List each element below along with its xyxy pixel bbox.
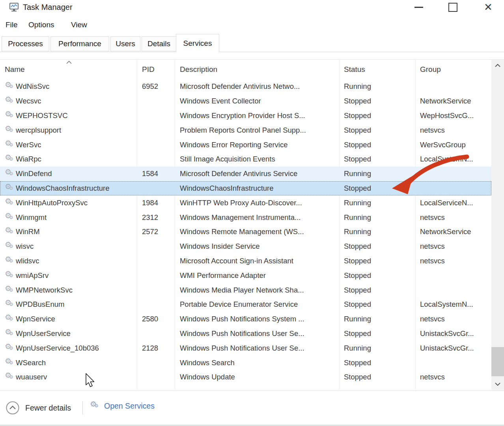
service-pid-cell: 2580	[142, 312, 174, 327]
scroll-down-button[interactable]	[491, 378, 504, 390]
column-header-pid[interactable]: PID	[142, 60, 155, 79]
menu-bar: File Options View	[0, 17, 504, 32]
service-row[interactable]: ⚙⚙wlidsvcMicrosoft Account Sign-in Assis…	[0, 254, 491, 268]
gear-glyph-small: ⚙	[9, 84, 13, 89]
service-status-cell: Stopped	[344, 239, 413, 254]
service-name-cell: wmiApSrv	[16, 268, 134, 283]
gear-glyph-small: ⚙	[9, 287, 13, 293]
service-status-cell: Running	[344, 225, 413, 239]
service-row[interactable]: ⚙⚙WinDefend1584Microsoft Defender Antivi…	[0, 167, 491, 181]
service-name-cell: WiaRpc	[16, 152, 134, 167]
gear-glyph-small: ⚙	[9, 98, 13, 104]
service-name-cell: WpnUserService	[16, 327, 134, 341]
gear-icon: ⚙⚙	[5, 125, 15, 135]
service-pid-cell	[142, 283, 174, 297]
service-status-cell: Stopped	[344, 283, 413, 297]
service-pid-cell: 1584	[142, 167, 174, 181]
gear-icon: ⚙⚙	[5, 314, 15, 324]
service-group-cell: WepHostSvcG...	[420, 109, 490, 123]
vertical-scrollbar[interactable]	[491, 60, 504, 390]
service-row[interactable]: ⚙⚙WinRM2572Windows Remote Management (WS…	[0, 225, 491, 239]
service-row[interactable]: ⚙⚙wercplsupportProblem Reports Control P…	[0, 123, 491, 137]
service-row[interactable]: ⚙⚙WEPHOSTSVCWindows Encryption Provider …	[0, 109, 491, 123]
service-row[interactable]: ⚙⚙wmiApSrvWMI Performance AdapterStopped	[0, 268, 491, 283]
service-status-cell: Stopped	[344, 109, 413, 123]
service-icon-cell: ⚙⚙	[5, 341, 16, 355]
service-group-cell: NetworkService	[420, 94, 490, 109]
gear-glyph-small: ⚙	[9, 273, 13, 278]
service-description-cell: WMI Performance Adapter	[180, 268, 337, 283]
tab-details[interactable]: Details	[142, 36, 176, 51]
open-services-label: Open Services	[104, 402, 155, 411]
gear-glyph-small: ⚙	[9, 142, 13, 148]
service-pid-cell	[142, 123, 174, 137]
service-icon-cell: ⚙⚙	[5, 327, 16, 341]
close-button[interactable]: ✕	[477, 0, 500, 14]
service-name-cell: Wecsvc	[16, 94, 134, 109]
service-row[interactable]: ⚙⚙Winmgmt2312Windows Management Instrume…	[0, 210, 491, 225]
tab-processes[interactable]: Processes	[2, 36, 49, 51]
service-group-cell: WerSvcGroup	[420, 137, 490, 152]
service-row[interactable]: ⚙⚙WdNisSvc6952Microsoft Defender Antivir…	[0, 79, 491, 94]
service-row[interactable]: ⚙⚙WinHttpAutoProxySvc1984WinHTTP Web Pro…	[0, 195, 491, 210]
services-list: Name PID Description Status Group ⚙⚙WdNi…	[0, 59, 504, 390]
open-services-link[interactable]: ⚙⚙ Open Services	[90, 401, 155, 411]
gear-icon: ⚙⚙	[5, 96, 15, 106]
scrollbar-thumb[interactable]	[491, 347, 504, 376]
service-description-cell: Windows Management Instrumenta...	[180, 210, 337, 225]
service-row[interactable]: ⚙⚙WMPNetworkSvcWindows Media Player Netw…	[0, 283, 491, 297]
scroll-up-button[interactable]	[491, 60, 504, 71]
menu-options[interactable]: Options	[26, 17, 56, 32]
maximize-button[interactable]	[441, 0, 464, 14]
service-status-cell: Stopped	[344, 268, 413, 283]
service-icon-cell: ⚙⚙	[5, 195, 16, 210]
service-group-cell: netsvcs	[420, 210, 490, 225]
menu-view[interactable]: View	[69, 17, 90, 32]
service-name-cell: WpnUserService_10b036	[16, 341, 134, 355]
service-row[interactable]: ⚙⚙wuauservWindows UpdateStoppednetsvcs	[0, 370, 491, 385]
services-gear-icon: ⚙⚙	[90, 401, 100, 411]
tab-users[interactable]: Users	[110, 36, 140, 51]
service-pid-cell	[142, 94, 174, 109]
gear-icon: ⚙⚙	[5, 270, 15, 281]
column-header-group[interactable]: Group	[420, 60, 441, 79]
table-header: Name PID Description Status Group	[0, 60, 491, 79]
service-row[interactable]: ⚙⚙WSearchWindows SearchStopped	[0, 355, 491, 370]
service-name-cell: WMPNetworkSvc	[16, 283, 134, 297]
service-row[interactable]: ⚙⚙WpnService2580Windows Push Notificatio…	[0, 312, 491, 327]
service-description-cell: Problem Reports Control Panel Supp...	[180, 123, 337, 137]
column-header-name[interactable]: Name	[5, 60, 25, 79]
gear-icon: ⚙⚙	[5, 241, 15, 251]
gear-glyph-small: ⚙	[9, 171, 13, 176]
service-pid-cell: 6952	[142, 79, 174, 94]
service-row[interactable]: ⚙⚙WerSvcWindows Error Reporting ServiceS…	[0, 137, 491, 152]
tab-performance[interactable]: Performance	[50, 36, 109, 51]
service-icon-cell: ⚙⚙	[5, 181, 16, 196]
gear-glyph-small: ⚙	[9, 128, 13, 133]
service-row[interactable]: ⚙⚙WindowsChaosInfrastructureWindowsChaos…	[0, 181, 491, 196]
service-row[interactable]: ⚙⚙WPDBusEnumPortable Device Enumerator S…	[0, 297, 491, 312]
service-status-cell: Running	[344, 312, 413, 327]
chevron-down-icon	[495, 383, 500, 386]
collapse-icon	[6, 401, 20, 415]
service-description-cell: Windows Push Notifications System ...	[180, 312, 337, 327]
service-name-cell: WindowsChaosInfrastructure	[16, 181, 134, 196]
service-row[interactable]: ⚙⚙WecsvcWindows Event CollectorStoppedNe…	[0, 94, 491, 109]
service-row[interactable]: ⚙⚙WiaRpcStill Image Acquisition EventsSt…	[0, 152, 491, 167]
service-group-cell: netsvcs	[420, 254, 490, 268]
service-row[interactable]: ⚙⚙WpnUserServiceWindows Push Notificatio…	[0, 327, 491, 341]
service-row[interactable]: ⚙⚙wisvcWindows Insider ServiceStoppednet…	[0, 239, 491, 254]
menu-file[interactable]: File	[3, 17, 20, 32]
column-header-status[interactable]: Status	[344, 60, 365, 79]
column-header-description[interactable]: Description	[180, 60, 217, 79]
service-row[interactable]: ⚙⚙WpnUserService_10b0362128Windows Push …	[0, 341, 491, 355]
tabstrip-divider	[0, 52, 504, 52]
footer-bar: Fewer details ⚙⚙ Open Services	[0, 391, 504, 425]
fewer-details-button[interactable]: Fewer details	[6, 401, 71, 415]
gear-icon: ⚙⚙	[5, 372, 15, 382]
gear-glyph-small: ⚙	[9, 258, 13, 264]
service-name-cell: WdNisSvc	[16, 79, 134, 94]
tab-services[interactable]: Services	[176, 34, 219, 52]
service-group-cell: LocalSystemN...	[420, 152, 490, 167]
minimize-button[interactable]	[407, 0, 430, 14]
